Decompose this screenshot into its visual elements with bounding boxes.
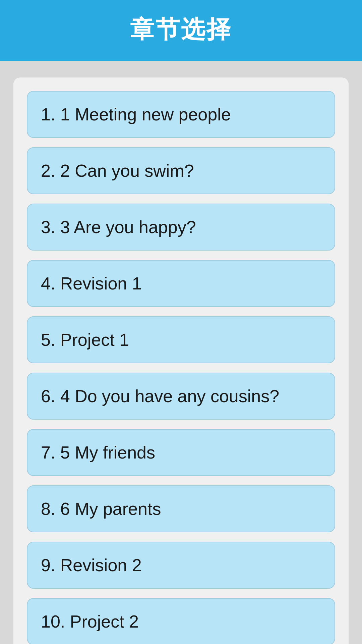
chapter-button-9[interactable]: 9. Revision 2 [27, 542, 335, 589]
content-wrapper: 1. 1 Meeting new people2. 2 Can you swim… [0, 61, 362, 644]
chapter-button-10[interactable]: 10. Project 2 [27, 598, 335, 644]
chapter-button-3[interactable]: 3. 3 Are you happy? [27, 204, 335, 251]
page-title: 章节选择 [7, 13, 355, 46]
chapter-button-4[interactable]: 4. Revision 1 [27, 260, 335, 307]
chapter-button-7[interactable]: 7. 5 My friends [27, 429, 335, 476]
chapter-button-8[interactable]: 8. 6 My parents [27, 485, 335, 532]
chapter-button-6[interactable]: 6. 4 Do you have any cousins? [27, 373, 335, 420]
chapter-button-5[interactable]: 5. Project 1 [27, 316, 335, 363]
chapter-button-2[interactable]: 2. 2 Can you swim? [27, 147, 335, 194]
chapter-list: 1. 1 Meeting new people2. 2 Can you swim… [13, 77, 349, 644]
chapter-button-1[interactable]: 1. 1 Meeting new people [27, 91, 335, 138]
page-header: 章节选择 [0, 0, 362, 61]
